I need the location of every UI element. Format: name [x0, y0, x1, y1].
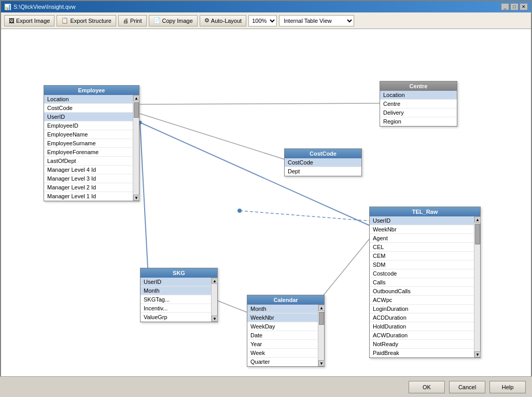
- costcode-field-dept: Dept: [285, 167, 361, 176]
- tel-field-outbound: OutboundCalls: [370, 287, 474, 296]
- skg-body: UserID Month SKGTag... Incentiv... Value…: [141, 278, 217, 322]
- tel-field-sdm: SDM: [370, 261, 474, 269]
- field-mgr3: Manager Level 3 Id: [44, 174, 133, 183]
- view-select[interactable]: Internal Table View External Table View: [279, 15, 354, 26]
- skg-scrollbar[interactable]: ▲ ▼: [211, 278, 217, 322]
- cal-field-month: Month: [247, 305, 318, 313]
- calendar-body: Month WeekNbr WeekDay Date Year Week Qua…: [247, 305, 324, 366]
- employee-scrollbar[interactable]: ▲ ▼: [133, 95, 139, 201]
- tel-field-acwduration: ACWDuration: [370, 331, 474, 340]
- copy-image-icon: 📄: [153, 17, 161, 24]
- title-bar-controls[interactable]: _ □ ✕: [501, 3, 528, 10]
- cal-field-date: Date: [247, 331, 318, 340]
- cancel-button[interactable]: Cancel: [449, 381, 485, 393]
- calendar-scrollbar[interactable]: ▲ ▼: [318, 305, 324, 366]
- export-structure-button[interactable]: 📋 Export Structure: [57, 15, 116, 26]
- table-skg: SKG UserID Month SKGTag... Incentiv... V…: [140, 268, 218, 322]
- auto-layout-label: Auto-Layout: [211, 18, 242, 24]
- print-button[interactable]: 🖨 Print: [118, 15, 147, 26]
- field-employeeforename: EmployeeForename: [44, 148, 133, 157]
- employee-header: Employee: [44, 86, 139, 95]
- field-location: Location: [44, 95, 133, 104]
- tel-field-acdduration: ACDDuration: [370, 313, 474, 322]
- skg-field-valuegrp: ValueGrp: [141, 313, 211, 322]
- field-lastofdept: LastOfDept: [44, 157, 133, 166]
- bottom-bar: OK Cancel Help: [0, 376, 532, 397]
- table-employee: Employee Location CostCode UserID Employ…: [44, 85, 139, 201]
- field-mgr1: Manager Level 1 Id: [44, 192, 133, 201]
- ok-button[interactable]: OK: [409, 381, 445, 393]
- close-button[interactable]: ✕: [520, 3, 528, 10]
- table-tel-raw: TEL_Raw UserID WeekNbr Agent CEL CEM SDM…: [369, 207, 481, 358]
- tel-field-loginduration: LoginDuration: [370, 305, 474, 313]
- svg-line-0: [140, 103, 382, 104]
- auto-layout-button[interactable]: ⚙ Auto-Layout: [200, 15, 246, 26]
- centre-field-region: Region: [380, 117, 457, 126]
- export-image-label: Export Image: [16, 18, 50, 24]
- tel-field-paidbreak: PaidBreak: [370, 349, 474, 358]
- skg-header: SKG: [141, 268, 217, 278]
- toolbar: 🖼 Export Image 📋 Export Structure 🖨 Prin…: [1, 12, 531, 29]
- cal-field-weeknbr: WeekNbr: [247, 313, 318, 322]
- print-icon: 🖨: [123, 18, 129, 24]
- copy-image-label: Copy Image: [162, 18, 193, 24]
- tel-field-userid: UserID: [370, 216, 474, 225]
- centre-field-delivery: Delivery: [380, 108, 457, 117]
- skg-field-month: Month: [141, 286, 211, 295]
- svg-line-1: [140, 114, 288, 160]
- svg-line-4: [240, 211, 371, 221]
- tel-scroll-down[interactable]: ▼: [474, 351, 481, 358]
- minimize-button[interactable]: _: [501, 3, 509, 10]
- tel-raw-body: UserID WeekNbr Agent CEL CEM SDM Costcod…: [370, 216, 480, 358]
- svg-point-8: [237, 209, 242, 213]
- tel-field-notready: NotReady: [370, 340, 474, 349]
- costcode-field-costcode: CostCode: [285, 158, 361, 167]
- centre-field-location: Location: [380, 91, 457, 100]
- zoom-select[interactable]: 100% 75% 50% 150%: [248, 15, 277, 26]
- canvas: Employee Location CostCode UserID Employ…: [1, 29, 531, 377]
- cal-field-year: Year: [247, 340, 318, 349]
- tel-field-costcode: Costcode: [370, 269, 474, 278]
- tel-field-calls: Calls: [370, 278, 474, 287]
- copy-image-button[interactable]: 📄 Copy Image: [149, 15, 198, 26]
- skg-field-skgtag: SKGTag...: [141, 295, 211, 304]
- tel-field-holdduration: HoldDuration: [370, 322, 474, 331]
- export-image-button[interactable]: 🖼 Export Image: [4, 15, 54, 26]
- table-centre: Centre Location Centre Delivery Region: [380, 81, 457, 127]
- title-bar-left: 📊 S:\QlickView\Insight.qvw: [4, 4, 76, 10]
- costcode-fields: CostCode Dept: [285, 158, 361, 176]
- centre-field-centre: Centre: [380, 100, 457, 108]
- tel-field-weeknbr: WeekNbr: [370, 225, 474, 234]
- tel-raw-fields: UserID WeekNbr Agent CEL CEM SDM Costcod…: [370, 216, 474, 358]
- export-structure-icon: 📋: [61, 17, 68, 24]
- help-button[interactable]: Help: [489, 381, 526, 393]
- export-structure-label: Export Structure: [70, 18, 111, 24]
- skg-fields: UserID Month SKGTag... Incentiv... Value…: [141, 278, 211, 322]
- skg-scroll-up[interactable]: ▲: [212, 278, 218, 284]
- field-employeesurname: EmployeeSurname: [44, 139, 133, 148]
- tel-field-agent: Agent: [370, 234, 474, 243]
- centre-header: Centre: [380, 81, 457, 91]
- cal-field-weekday: WeekDay: [247, 322, 318, 331]
- svg-line-3: [140, 122, 149, 288]
- skg-scroll-down[interactable]: ▼: [212, 316, 218, 322]
- calendar-fields: Month WeekNbr WeekDay Date Year Week Qua…: [247, 305, 318, 366]
- scroll-down[interactable]: ▼: [133, 195, 139, 201]
- cal-scroll-down[interactable]: ▼: [318, 360, 325, 366]
- title-bar: 📊 S:\QlickView\Insight.qvw _ □ ✕: [1, 1, 531, 12]
- cal-field-week: Week: [247, 349, 318, 358]
- scroll-up[interactable]: ▲: [133, 95, 139, 101]
- employee-fields: Location CostCode UserID EmployeeID Empl…: [44, 95, 133, 201]
- cal-scroll-up[interactable]: ▲: [318, 305, 325, 311]
- app-icon: 📊: [4, 4, 11, 10]
- table-costcode: CostCode CostCode Dept: [284, 148, 362, 176]
- tel-scroll-up[interactable]: ▲: [474, 216, 481, 223]
- tel-raw-scrollbar[interactable]: ▲ ▼: [474, 216, 480, 358]
- field-userid: UserID: [44, 113, 133, 121]
- skg-field-incentiv: Incentiv...: [141, 304, 211, 313]
- skg-field-userid: UserID: [141, 278, 211, 286]
- centre-fields: Location Centre Delivery Region: [380, 91, 457, 126]
- maximize-button[interactable]: □: [510, 3, 519, 10]
- field-costcode: CostCode: [44, 104, 133, 113]
- print-label: Print: [130, 18, 142, 24]
